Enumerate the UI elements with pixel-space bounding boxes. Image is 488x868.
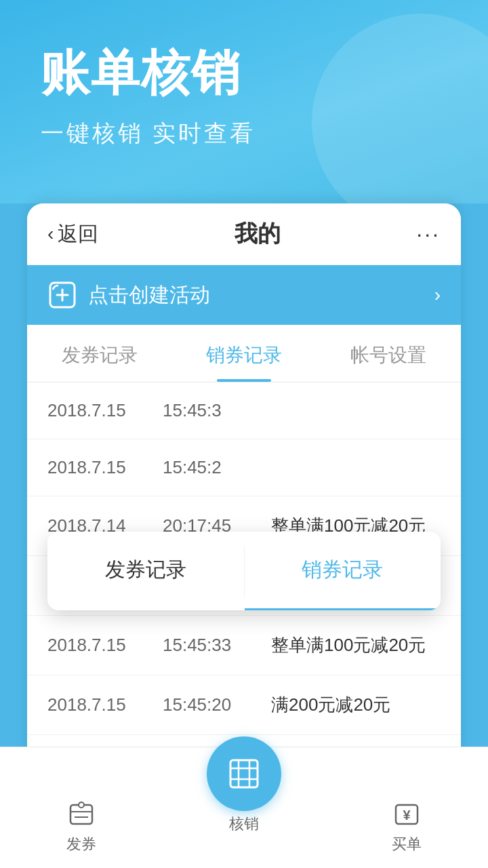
back-label: 返回 (58, 220, 98, 248)
record-time: 15:45:20 (163, 694, 271, 715)
create-activity-banner[interactable]: 点击创建活动 › (27, 265, 461, 325)
banner-arrow-icon: › (434, 284, 441, 306)
svg-text:¥: ¥ (403, 808, 411, 823)
tab-issue[interactable]: 发券记录 (27, 325, 171, 382)
dropdown-redeem[interactable]: 销券记录 (245, 532, 441, 610)
nav-item-issue[interactable]: 发券 (0, 788, 163, 857)
buy-icon: ¥ (390, 797, 424, 831)
record-time: 15:45:33 (163, 635, 271, 656)
svg-point-3 (79, 802, 84, 808)
back-chevron-icon: ‹ (47, 223, 54, 245)
hero-title: 账单核销 (41, 41, 447, 106)
issue-icon (64, 797, 98, 831)
record-date: 2018.7.15 (47, 694, 163, 715)
table-row: 2018.7.15 15:45:33 整单满100元减20元 (27, 616, 461, 675)
record-date: 2018.7.15 (47, 400, 163, 421)
nav-bar: ‹ 返回 我的 ··· (27, 203, 461, 265)
record-date: 2018.7.15 (47, 457, 163, 478)
nav-label-buy: 买单 (392, 834, 422, 854)
hero-section: 账单核销 一键核销 实时查看 (0, 0, 488, 203)
record-time: 15:45:3 (163, 400, 271, 421)
hero-subtitle: 一键核销 实时查看 (41, 118, 447, 149)
more-button[interactable]: ··· (416, 222, 441, 247)
record-desc: 满200元减20元 (271, 693, 441, 717)
back-button[interactable]: ‹ 返回 (47, 220, 98, 248)
nav-label-issue: 发券 (66, 834, 96, 854)
tab-bar: 发券记录 销券记录 帐号设置 (27, 325, 461, 382)
record-desc: 整单满100元减20元 (271, 633, 441, 657)
record-date: 2018.7.15 (47, 635, 163, 656)
record-time: 15:45:2 (163, 457, 271, 478)
tab-redeem[interactable]: 销券记录 (171, 325, 316, 382)
create-icon (47, 280, 77, 310)
scan-icon (225, 755, 263, 793)
nav-label-redeem: 核销 (229, 814, 259, 834)
banner-text: 点击创建活动 (88, 281, 434, 309)
tab-account[interactable]: 帐号设置 (317, 325, 461, 382)
svg-rect-5 (230, 760, 258, 787)
table-row: 2018.7.15 15:45:20 满200元减20元 (27, 675, 461, 735)
bottom-nav: 发券 核销 ¥ 买单 (0, 747, 488, 868)
table-row: 2018.7.15 15:45:2 (27, 439, 461, 496)
dropdown-popup: 发券记录 销券记录 (47, 532, 441, 610)
table-row: 2018.7.15 15:45:3 (27, 382, 461, 439)
nav-item-redeem[interactable]: 核销 (163, 727, 325, 837)
redeem-center-button[interactable] (207, 736, 281, 811)
nav-item-buy[interactable]: ¥ 买单 (325, 788, 488, 857)
page-title: 我的 (235, 218, 281, 250)
dropdown-issue[interactable]: 发券记录 (47, 532, 244, 610)
